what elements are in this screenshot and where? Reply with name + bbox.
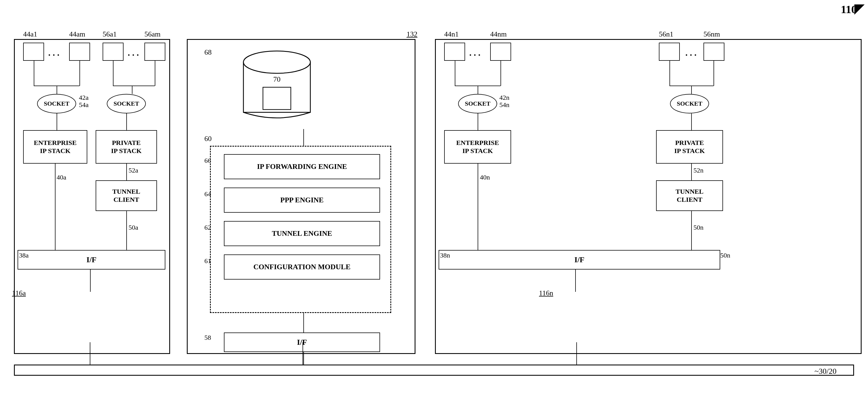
ref-56a1: 56a1: [103, 30, 117, 38]
ref-64: 64: [205, 190, 211, 198]
ref-116n: 116n: [539, 289, 553, 297]
ref-50a: 50a: [128, 224, 138, 231]
ref-42a: 42a: [79, 94, 89, 101]
panel-left: 116a 44a1 . . . 44am 56a1 . . . 56am SOC…: [14, 39, 170, 354]
ref-40n: 40n: [480, 174, 490, 181]
enterprise-ip-stack-left: ENTERPRISEIP STACK: [23, 130, 87, 164]
ref-56nm: 56nm: [704, 30, 720, 38]
if-box-left: I/F: [18, 250, 165, 269]
tunnel-client-right: TUNNELCLIENT: [656, 180, 723, 211]
ip-forwarding-engine: IP FORWARDING ENGINE: [224, 154, 380, 179]
device-56nm: [704, 43, 724, 61]
ref-66: 66: [205, 157, 211, 164]
ref-50n: 50n: [693, 224, 704, 231]
ref-54a: 54a: [79, 101, 89, 109]
socket-right-right-panel: SOCKET: [670, 94, 709, 113]
ref-52n: 52n: [693, 167, 704, 174]
private-ip-stack-right: PRIVATEIP STACK: [656, 130, 723, 164]
panel-center: 132 68 60 70 66 IP FO: [187, 39, 415, 354]
device-44a1: [23, 43, 44, 61]
socket-right: SOCKET: [107, 94, 146, 113]
ref-44nm: 44nm: [490, 30, 507, 38]
ref-56am: 56am: [145, 30, 161, 38]
device-44n1: [444, 43, 465, 61]
dots-right-top: . . .: [128, 48, 139, 58]
config-module: CONFIGURATION MODULE: [224, 255, 380, 279]
device-56a1: [103, 43, 124, 61]
ref-61: 61: [205, 257, 211, 265]
ppp-engine: PPP ENGINE: [224, 188, 380, 213]
ref-38n: 38n: [440, 252, 450, 259]
line-center-to-bus: [303, 342, 303, 365]
if-box-center: I/F: [224, 332, 380, 352]
device-56am: [145, 43, 165, 61]
network-bus-label: ~30/20: [814, 367, 836, 376]
if-box-right: I/F: [439, 250, 720, 269]
ref-44a1: 44a1: [23, 30, 37, 38]
svg-text:70: 70: [273, 75, 280, 83]
database-cylinder: 70: [238, 45, 316, 129]
device-56n1: [659, 43, 680, 61]
line-right-to-bus: [576, 342, 577, 365]
dots-left-top: . . .: [48, 48, 59, 58]
dots-left-top-right-panel: . . .: [469, 48, 480, 58]
dots-right-top-right-panel: . . .: [685, 48, 696, 58]
tunnel-client-left: TUNNELCLIENT: [96, 180, 157, 211]
ref-52a: 52a: [128, 167, 138, 174]
network-bus: ~30/20: [14, 365, 854, 376]
tunnel-engine: TUNNEL ENGINE: [224, 221, 380, 246]
ref-62: 62: [205, 224, 211, 231]
socket-left: SOCKET: [37, 94, 76, 113]
ref-38a: 38a: [19, 252, 29, 259]
ref-132: 132: [406, 30, 417, 38]
diagram-container: 110 ◤ 116a 44a1 . . . 44am 56a1 . . . 56…: [8, 17, 860, 381]
ref-68: 68: [205, 48, 212, 57]
ref-40a: 40a: [57, 174, 66, 181]
ref-54n: 54n: [499, 101, 509, 109]
line-enterprise-down-left: [55, 164, 56, 192]
ref-50n-if: 50n: [720, 252, 730, 259]
enterprise-ip-stack-right: ENTERPRISEIP STACK: [444, 130, 511, 164]
ref-60: 60: [205, 135, 212, 143]
figure-arrow: ◤: [854, 1, 864, 16]
device-44nm: [490, 43, 511, 61]
ref-58: 58: [205, 334, 211, 341]
ref-42n: 42n: [499, 94, 509, 101]
private-ip-stack-left: PRIVATEIP STACK: [96, 130, 157, 164]
ref-56n1: 56n1: [659, 30, 673, 38]
ref-44am: 44am: [69, 30, 85, 38]
socket-left-right-panel: SOCKET: [458, 94, 497, 113]
line-left-to-bus: [90, 342, 90, 365]
svg-point-1: [243, 51, 310, 73]
device-44am: [69, 43, 90, 61]
svg-rect-2: [263, 87, 291, 109]
ref-116a: 116a: [12, 289, 26, 297]
ref-44n1: 44n1: [444, 30, 459, 38]
panel-right: 116n 44n1 . . . 44nm 56n1 . . . 56nm SOC…: [435, 39, 862, 354]
